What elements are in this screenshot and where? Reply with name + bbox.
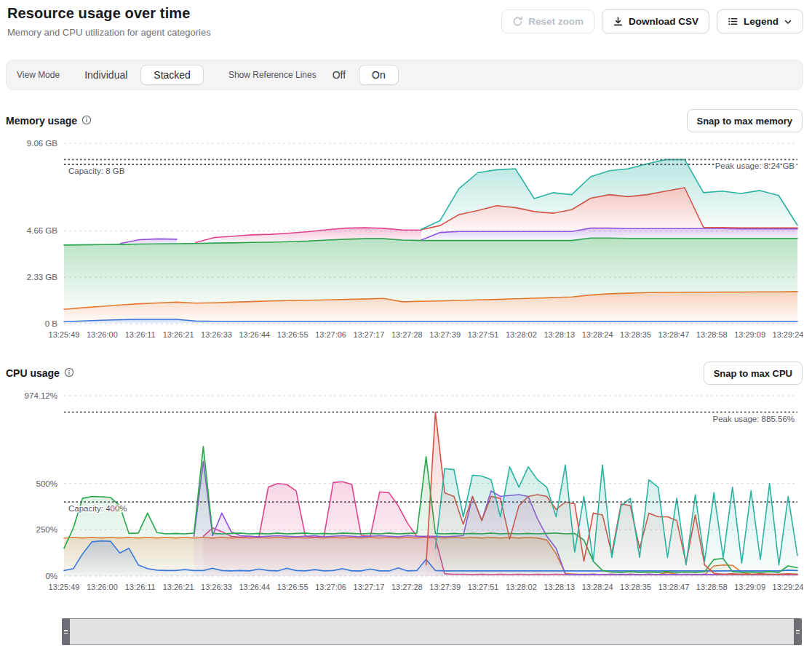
- legend-label: Legend: [744, 16, 779, 27]
- cpu-xtick-label: 13:26:44: [239, 583, 270, 591]
- brush-handle-left[interactable]: [62, 618, 70, 645]
- cpu-xtick-label: 13:28:58: [696, 583, 728, 591]
- memory-xtick-label: 13:27:28: [391, 330, 423, 339]
- cpu-xtick-label: 13:25:49: [49, 583, 80, 591]
- memory-xtick-label: 13:28:02: [506, 330, 537, 339]
- memory-ytick-label: 2.33 GB: [27, 273, 58, 281]
- memory-xtick-label: 13:26:55: [277, 330, 309, 339]
- cpu-xtick-label: 13:26:33: [201, 583, 232, 591]
- cpu-ytick-label: 0%: [45, 572, 57, 580]
- cpu-reference-label: Capacity: 400%: [68, 504, 127, 513]
- download-csv-button[interactable]: Download CSV: [602, 9, 709, 33]
- memory-xtick-label: 13:28:58: [696, 330, 728, 339]
- cpu-xtick-label: 13:29:24: [773, 583, 803, 591]
- memory-xtick-label: 13:26:00: [87, 330, 118, 339]
- memory-section-title: Memory usage: [6, 115, 92, 127]
- cpu-title-text: CPU usage: [6, 367, 60, 379]
- memory-xtick-label: 13:28:47: [658, 330, 689, 339]
- cpu-xtick-label: 13:26:55: [277, 583, 309, 591]
- memory-xtick-label: 13:26:33: [201, 330, 232, 339]
- cpu-ytick-label: 500%: [36, 479, 57, 488]
- reset-zoom-button[interactable]: Reset zoom: [501, 9, 594, 33]
- memory-xtick-label: 13:28:13: [544, 330, 575, 339]
- brush-handle-right[interactable]: [794, 618, 802, 645]
- memory-xtick-label: 13:29:09: [734, 330, 765, 339]
- memory-ytick-label: 9.06 GB: [27, 139, 58, 148]
- reference-lines-off-option[interactable]: Off: [325, 65, 353, 85]
- cpu-xtick-label: 13:28:24: [582, 583, 613, 591]
- memory-xtick-label: 13:26:21: [163, 330, 194, 339]
- cpu-xtick-label: 13:28:02: [506, 583, 537, 591]
- cpu-section-title: CPU usage: [6, 367, 74, 380]
- cpu-ytick-label: 250%: [36, 525, 57, 534]
- page-title: Resource usage over time: [7, 5, 190, 22]
- memory-xtick-label: 13:27:06: [315, 330, 346, 339]
- reset-zoom-label: Reset zoom: [528, 16, 584, 27]
- cpu-ytick-label: 974.12%: [25, 391, 57, 400]
- resource-usage-dashboard: Resource usage over time Memory and CPU …: [0, 0, 812, 659]
- cpu-xtick-label: 13:29:09: [734, 583, 765, 591]
- cpu-xtick-label: 13:26:11: [125, 583, 156, 591]
- toolbar: Reset zoom Download CSV Legend: [501, 9, 803, 33]
- memory-reference-label: Peak usage: 8.24 GB: [715, 161, 795, 170]
- time-range-brush[interactable]: [62, 618, 802, 645]
- cpu-section-header: CPU usage Snap to max CPU: [6, 362, 803, 385]
- memory-xtick-label: 13:26:44: [239, 330, 270, 339]
- cpu-xtick-label: 13:28:35: [620, 583, 651, 591]
- memory-ytick-label: 4.66 GB: [27, 226, 58, 235]
- cpu-chart-canvas[interactable]: 0%250%500%974.12%Capacity: 400%Peak usag…: [6, 387, 803, 599]
- cpu-xtick-label: 13:26:21: [163, 583, 194, 591]
- memory-title-text: Memory usage: [6, 115, 77, 127]
- chart-controls-bar: View Mode Individual Stacked Show Refere…: [6, 60, 803, 90]
- cpu-xtick-label: 13:28:47: [658, 583, 689, 591]
- download-csv-label: Download CSV: [629, 16, 698, 27]
- legend-list-icon: [728, 16, 739, 27]
- view-mode-stacked-option[interactable]: Stacked: [140, 65, 204, 85]
- cpu-xtick-label: 13:27:28: [391, 583, 423, 591]
- memory-xtick-label: 13:26:11: [125, 330, 156, 339]
- page-subtitle: Memory and CPU utilization for agent cat…: [7, 27, 211, 38]
- memory-section-header: Memory usage Snap to max memory: [6, 109, 803, 132]
- cpu-series-teal-area: [435, 465, 797, 576]
- memory-xtick-label: 13:25:49: [49, 330, 80, 339]
- chevron-down-icon: [784, 17, 792, 26]
- cpu-reference-label: Peak usage: 885.56%: [712, 415, 795, 423]
- legend-button[interactable]: Legend: [717, 9, 803, 33]
- memory-xtick-label: 13:27:39: [429, 330, 461, 339]
- snap-to-max-cpu-button[interactable]: Snap to max CPU: [704, 362, 803, 385]
- cpu-xtick-label: 13:26:00: [87, 583, 118, 591]
- memory-reference-label: Capacity: 8 GB: [68, 167, 125, 175]
- memory-chart-canvas[interactable]: 0 B2.33 GB4.66 GB9.06 GBCapacity: 8 GBPe…: [6, 135, 803, 347]
- view-mode-label: View Mode: [17, 70, 60, 80]
- memory-xtick-label: 13:28:24: [582, 330, 613, 339]
- memory-xtick-label: 13:29:24: [773, 330, 803, 339]
- reference-lines-on-option[interactable]: On: [359, 65, 399, 85]
- memory-xtick-label: 13:28:35: [620, 330, 651, 339]
- cpu-xtick-label: 13:27:06: [315, 583, 346, 591]
- download-icon: [613, 16, 624, 27]
- show-reference-lines-label: Show Reference Lines: [228, 70, 317, 80]
- cpu-xtick-label: 13:27:17: [354, 583, 385, 591]
- memory-xtick-label: 13:27:51: [468, 330, 499, 339]
- view-mode-individual-option[interactable]: Individual: [77, 65, 135, 85]
- cpu-xtick-label: 13:27:39: [429, 583, 461, 591]
- info-icon[interactable]: [64, 367, 74, 380]
- memory-xtick-label: 13:27:17: [354, 330, 385, 339]
- memory-ytick-label: 0 B: [45, 319, 58, 328]
- cpu-xtick-label: 13:27:51: [468, 583, 499, 591]
- info-icon[interactable]: [81, 115, 92, 127]
- reset-zoom-icon: [512, 16, 523, 27]
- cpu-xtick-label: 13:28:13: [544, 583, 575, 591]
- snap-to-max-memory-button[interactable]: Snap to max memory: [687, 109, 803, 132]
